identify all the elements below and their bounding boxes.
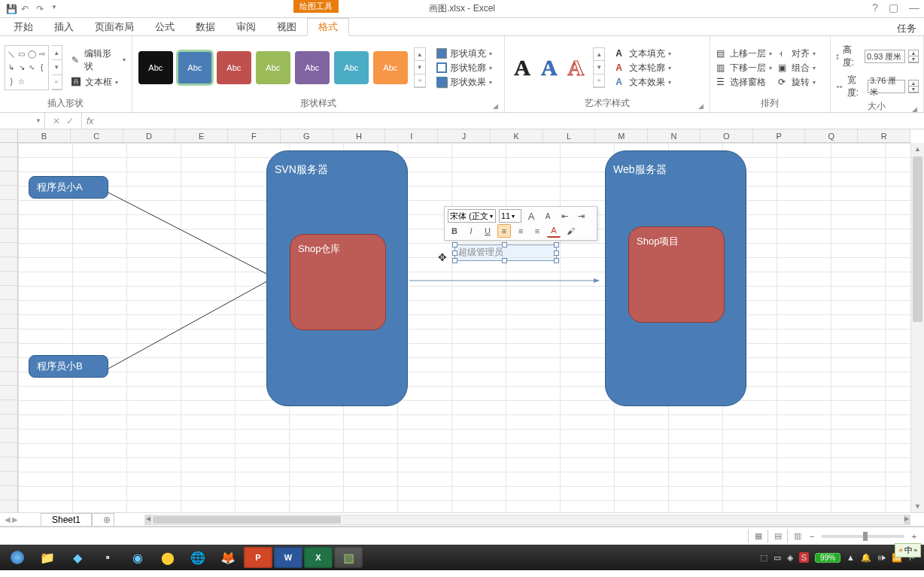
height-spinner[interactable]: ▲▼ [908,50,919,63]
shape-outline-button[interactable]: 形状轮廓 ▾ [435,62,494,74]
tray-icon-3[interactable]: ◈ [787,553,793,563]
tab-home[interactable]: 开始 [3,19,44,35]
ime-indicator[interactable]: ⌖中» [895,543,921,557]
row-header[interactable] [0,243,17,257]
chrome-icon[interactable]: 🌐 [184,547,212,568]
row-header[interactable] [0,386,17,400]
bold-icon[interactable]: B [448,224,461,238]
shape-shop-project[interactable]: Shop项目 [628,226,725,323]
italic-icon[interactable]: I [464,224,478,238]
height-input[interactable]: 0.93 厘米 [865,50,905,63]
col-header-D[interactable]: D [123,129,176,142]
wordart-gallery[interactable]: A A A [509,55,588,80]
shape-style-thumb-0[interactable]: Abc [138,51,173,84]
horizontal-scrollbar[interactable]: ◀ ▶ [144,515,910,525]
shape-style-thumb-5[interactable]: Abc [334,51,369,84]
dialog-launcher-icon[interactable]: ◢ [698,102,704,110]
shape-brace2-icon[interactable]: } [7,75,16,88]
scrollbar-thumb[interactable] [153,516,341,524]
rotate-button[interactable]: ⟳旋转▾ [777,76,817,89]
scroll-down-icon[interactable]: ▼ [52,60,62,74]
tray-icon-4[interactable]: ▲ [846,553,855,562]
cell-grid[interactable]: 程序员小A 程序员小B SVN服务器 Shop仓库 Web服务器 Shop项目 … [18,143,910,512]
wordart-style-1[interactable]: A [514,55,530,80]
col-header-O[interactable]: O [701,129,753,142]
redo-icon[interactable]: ↷ [36,4,47,14]
tab-view[interactable]: 视图 [266,19,307,35]
shape-style-thumb-4[interactable]: Abc [295,51,330,84]
col-header-K[interactable]: K [491,129,543,142]
shape-style-thumb-1[interactable]: Abc [178,51,212,84]
cancel-icon[interactable]: ✕ [53,116,60,126]
wordart-style-3[interactable]: A [568,55,585,80]
scroll-more-icon[interactable]: ＝ [52,75,62,90]
battery-indicator[interactable]: 99% [815,553,840,563]
qat-dropdown-icon[interactable]: ▼ [51,4,62,14]
row-header[interactable] [0,200,17,214]
edit-shape-button[interactable]: ✎ 编辑形状 ▾ [70,47,127,74]
select-all-corner[interactable] [0,129,18,143]
row-header[interactable] [0,400,17,415]
row-header[interactable] [0,300,17,314]
dialog-launcher-icon[interactable]: ◢ [493,102,498,110]
align-center-icon[interactable]: ≡ [514,224,527,238]
tray-icon-5[interactable]: 🔔 [861,553,871,563]
firefox-icon[interactable]: 🦊 [214,547,242,568]
row-header[interactable] [0,415,17,429]
powerpoint-icon[interactable]: P [244,547,272,568]
col-header-H[interactable]: H [333,129,386,142]
shape-rect-icon[interactable]: ▭ [17,47,26,60]
shape-curve-icon[interactable]: ∿ [27,61,36,74]
decrease-indent-icon[interactable]: ⇤ [558,209,571,223]
help-icon[interactable]: ? [872,2,878,14]
align-right-icon[interactable]: ≡ [530,224,544,238]
column-headers[interactable]: BCDEFGHIJKLMNOPQR [18,129,910,143]
explorer-icon[interactable]: 📁 [33,547,62,568]
col-header-G[interactable]: G [281,129,333,142]
row-headers[interactable] [0,143,18,512]
scroll-more-icon[interactable]: ＝ [415,74,425,87]
text-effects-button[interactable]: A 文本效果▾ [614,76,673,89]
col-header-P[interactable]: P [753,129,806,142]
col-header-B[interactable]: B [18,129,71,142]
col-header-C[interactable]: C [71,129,123,142]
col-header-F[interactable]: F [228,129,281,142]
resize-handle-s[interactable] [502,258,507,263]
normal-view-icon[interactable]: ▦ [748,530,767,543]
tab-data[interactable]: 数据 [185,19,226,35]
scroll-left-icon[interactable]: ◀ [145,515,151,524]
resize-handle-sw[interactable] [452,258,457,263]
align-button[interactable]: ⫞对齐▾ [777,47,817,60]
shape-style-thumb-6[interactable]: Abc [373,51,408,84]
tab-review[interactable]: 审阅 [226,19,266,35]
add-sheet-button[interactable]: ⊕ [92,513,114,526]
shape-oval-icon[interactable]: ◯ [27,47,36,60]
tab-insert[interactable]: 插入 [44,19,84,35]
row-header[interactable] [0,157,17,172]
mini-size-select[interactable]: 11▾ [499,209,521,223]
minimize-icon[interactable]: — [909,2,919,14]
zoom-slider-thumb[interactable] [863,532,868,541]
row-header[interactable] [0,172,17,186]
text-fill-button[interactable]: A 文本填充▾ [614,47,673,60]
scroll-more-icon[interactable]: ＝ [594,74,604,87]
shape-fill-button[interactable]: 形状填充 ▾ [435,47,494,60]
row-header[interactable] [0,229,17,243]
scroll-up-icon[interactable]: ▲ [52,46,62,60]
tray-ime-icon[interactable]: S [799,552,809,563]
row-header[interactable] [0,429,17,443]
excel-icon[interactable]: X [304,547,333,568]
row-header[interactable] [0,214,17,229]
width-spinner[interactable]: ▲▼ [908,80,919,93]
app-icon-3[interactable]: ⬤ [153,547,182,568]
col-header-R[interactable]: R [858,129,910,142]
scroll-down-icon[interactable]: ▼ [911,500,924,512]
col-header-J[interactable]: J [438,129,491,142]
shape-line2-icon[interactable]: ↘ [17,61,26,74]
shape-effects-button[interactable]: 形状效果 ▾ [435,76,494,89]
shape-elbow-icon[interactable]: ↳ [7,61,16,74]
start-button[interactable] [3,547,32,568]
shapes-gallery-scroll[interactable]: ▲ ▼ ＝ [52,45,62,90]
row-header[interactable] [0,272,17,286]
save-icon[interactable]: 💾 [6,4,17,14]
